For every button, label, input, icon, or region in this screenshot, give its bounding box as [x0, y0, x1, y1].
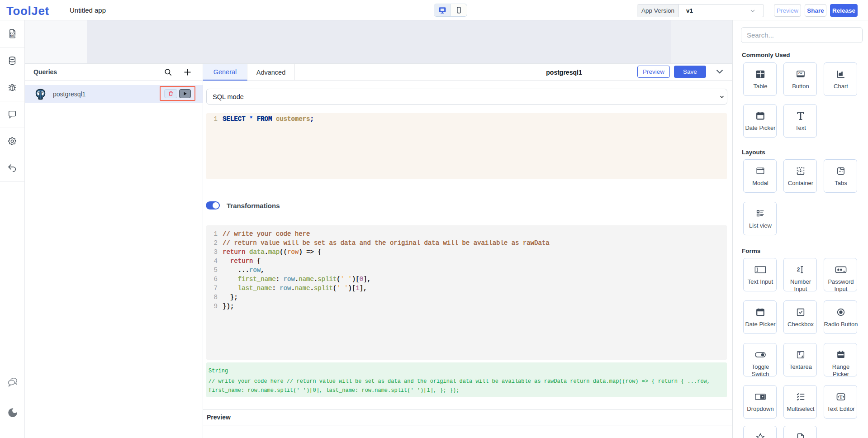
svg-text:JSON: JSON	[10, 34, 15, 37]
svg-text:OK: OK	[798, 71, 803, 75]
svg-text:2: 2	[797, 267, 800, 273]
svg-text:T: T	[840, 395, 843, 400]
svg-text:T: T	[798, 352, 801, 356]
